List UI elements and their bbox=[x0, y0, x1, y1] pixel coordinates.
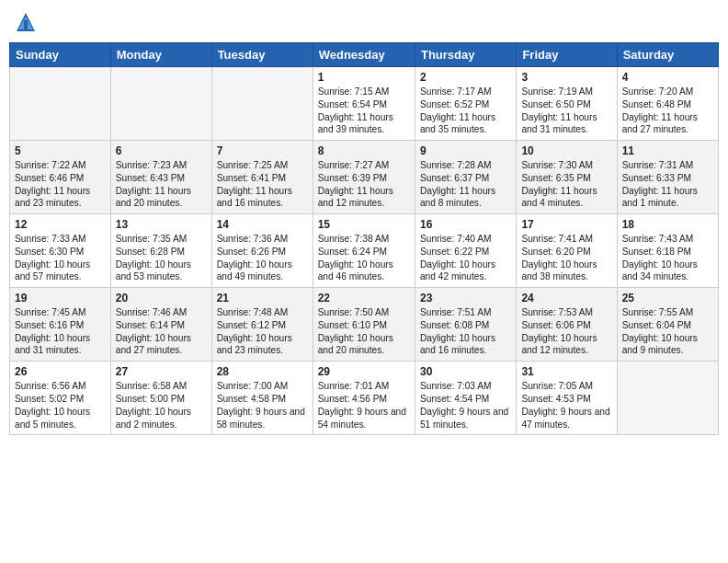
calendar-cell: 17Sunrise: 7:41 AM Sunset: 6:20 PM Dayli… bbox=[517, 214, 617, 288]
calendar-header-row: SundayMondayTuesdayWednesdayThursdayFrid… bbox=[10, 43, 719, 67]
weekday-header: Tuesday bbox=[211, 43, 313, 67]
day-number: 29 bbox=[318, 365, 410, 378]
day-info: Sunrise: 7:03 AM Sunset: 4:54 PM Dayligh… bbox=[420, 380, 511, 431]
day-info: Sunrise: 7:20 AM Sunset: 6:48 PM Dayligh… bbox=[622, 86, 713, 136]
day-number: 18 bbox=[622, 218, 713, 231]
calendar-week-row: 5Sunrise: 7:22 AM Sunset: 6:46 PM Daylig… bbox=[10, 141, 719, 214]
calendar-table: SundayMondayTuesdayWednesdayThursdayFrid… bbox=[9, 42, 719, 435]
day-number: 13 bbox=[116, 218, 207, 231]
day-info: Sunrise: 7:31 AM Sunset: 6:33 PM Dayligh… bbox=[622, 159, 713, 210]
day-info: Sunrise: 7:36 AM Sunset: 6:26 PM Dayligh… bbox=[217, 233, 308, 283]
day-number: 8 bbox=[318, 144, 410, 157]
calendar-cell: 27Sunrise: 6:58 AM Sunset: 5:00 PM Dayli… bbox=[110, 362, 211, 435]
day-number: 22 bbox=[318, 292, 410, 304]
day-info: Sunrise: 7:46 AM Sunset: 6:14 PM Dayligh… bbox=[116, 306, 207, 357]
calendar-cell bbox=[110, 67, 211, 141]
weekday-header: Friday bbox=[517, 43, 617, 67]
calendar-cell: 2Sunrise: 7:17 AM Sunset: 6:52 PM Daylig… bbox=[415, 67, 516, 141]
day-number: 27 bbox=[116, 365, 207, 378]
weekday-header: Wednesday bbox=[313, 43, 415, 67]
day-number: 19 bbox=[15, 292, 106, 304]
calendar-cell: 10Sunrise: 7:30 AM Sunset: 6:35 PM Dayli… bbox=[517, 141, 617, 214]
logo-icon bbox=[13, 9, 39, 35]
calendar-cell: 4Sunrise: 7:20 AM Sunset: 6:48 PM Daylig… bbox=[617, 67, 718, 141]
calendar-cell bbox=[10, 67, 111, 141]
day-number: 31 bbox=[521, 365, 611, 378]
day-info: Sunrise: 7:33 AM Sunset: 6:30 PM Dayligh… bbox=[15, 233, 106, 283]
day-info: Sunrise: 7:22 AM Sunset: 6:46 PM Dayligh… bbox=[15, 159, 106, 210]
day-info: Sunrise: 7:25 AM Sunset: 6:41 PM Dayligh… bbox=[217, 159, 308, 210]
day-number: 6 bbox=[116, 144, 207, 157]
day-number: 25 bbox=[622, 292, 713, 304]
calendar-cell: 23Sunrise: 7:51 AM Sunset: 6:08 PM Dayli… bbox=[415, 288, 516, 362]
weekday-header: Sunday bbox=[10, 43, 111, 67]
calendar-week-row: 1Sunrise: 7:15 AM Sunset: 6:54 PM Daylig… bbox=[10, 67, 719, 141]
day-number: 23 bbox=[420, 292, 511, 304]
day-number: 9 bbox=[420, 144, 511, 157]
day-number: 15 bbox=[318, 218, 410, 231]
day-number: 2 bbox=[420, 71, 511, 84]
day-info: Sunrise: 7:01 AM Sunset: 4:56 PM Dayligh… bbox=[318, 380, 410, 431]
calendar-cell: 1Sunrise: 7:15 AM Sunset: 6:54 PM Daylig… bbox=[313, 67, 415, 141]
calendar-cell: 6Sunrise: 7:23 AM Sunset: 6:43 PM Daylig… bbox=[110, 141, 211, 214]
day-info: Sunrise: 7:19 AM Sunset: 6:50 PM Dayligh… bbox=[521, 86, 611, 136]
calendar-cell: 28Sunrise: 7:00 AM Sunset: 4:58 PM Dayli… bbox=[211, 362, 313, 435]
calendar-cell: 26Sunrise: 6:56 AM Sunset: 5:02 PM Dayli… bbox=[10, 362, 111, 435]
calendar-cell: 24Sunrise: 7:53 AM Sunset: 6:06 PM Dayli… bbox=[517, 288, 617, 362]
day-info: Sunrise: 7:27 AM Sunset: 6:39 PM Dayligh… bbox=[318, 159, 410, 210]
day-info: Sunrise: 7:28 AM Sunset: 6:37 PM Dayligh… bbox=[420, 159, 511, 210]
day-number: 12 bbox=[15, 218, 106, 231]
day-number: 10 bbox=[521, 144, 611, 157]
svg-rect-2 bbox=[24, 20, 28, 29]
day-info: Sunrise: 6:56 AM Sunset: 5:02 PM Dayligh… bbox=[15, 380, 106, 431]
day-number: 11 bbox=[622, 144, 713, 157]
day-number: 16 bbox=[420, 218, 511, 231]
weekday-header: Saturday bbox=[617, 43, 718, 67]
day-info: Sunrise: 7:15 AM Sunset: 6:54 PM Dayligh… bbox=[318, 86, 410, 136]
day-info: Sunrise: 7:00 AM Sunset: 4:58 PM Dayligh… bbox=[217, 380, 308, 431]
calendar-cell bbox=[211, 67, 313, 141]
calendar-cell: 12Sunrise: 7:33 AM Sunset: 6:30 PM Dayli… bbox=[10, 214, 111, 288]
day-info: Sunrise: 7:23 AM Sunset: 6:43 PM Dayligh… bbox=[116, 159, 207, 210]
calendar-cell: 15Sunrise: 7:38 AM Sunset: 6:24 PM Dayli… bbox=[313, 214, 415, 288]
calendar-cell: 22Sunrise: 7:50 AM Sunset: 6:10 PM Dayli… bbox=[313, 288, 415, 362]
day-info: Sunrise: 7:45 AM Sunset: 6:16 PM Dayligh… bbox=[15, 306, 106, 357]
calendar-cell: 7Sunrise: 7:25 AM Sunset: 6:41 PM Daylig… bbox=[211, 141, 313, 214]
day-info: Sunrise: 7:51 AM Sunset: 6:08 PM Dayligh… bbox=[420, 306, 511, 357]
day-number: 1 bbox=[318, 71, 410, 84]
day-number: 20 bbox=[116, 292, 207, 304]
day-number: 17 bbox=[521, 218, 611, 231]
day-info: Sunrise: 7:43 AM Sunset: 6:18 PM Dayligh… bbox=[622, 233, 713, 283]
weekday-header: Monday bbox=[110, 43, 211, 67]
calendar-cell: 29Sunrise: 7:01 AM Sunset: 4:56 PM Dayli… bbox=[313, 362, 415, 435]
calendar-cell: 21Sunrise: 7:48 AM Sunset: 6:12 PM Dayli… bbox=[211, 288, 313, 362]
calendar-cell: 20Sunrise: 7:46 AM Sunset: 6:14 PM Dayli… bbox=[110, 288, 211, 362]
calendar-cell: 11Sunrise: 7:31 AM Sunset: 6:33 PM Dayli… bbox=[617, 141, 718, 214]
day-number: 24 bbox=[521, 292, 611, 304]
page-header bbox=[9, 9, 719, 35]
day-number: 30 bbox=[420, 365, 511, 378]
weekday-header: Thursday bbox=[415, 43, 516, 67]
day-number: 14 bbox=[217, 218, 308, 231]
calendar-cell: 5Sunrise: 7:22 AM Sunset: 6:46 PM Daylig… bbox=[10, 141, 111, 214]
calendar-week-row: 12Sunrise: 7:33 AM Sunset: 6:30 PM Dayli… bbox=[10, 214, 719, 288]
day-number: 28 bbox=[217, 365, 308, 378]
calendar-week-row: 19Sunrise: 7:45 AM Sunset: 6:16 PM Dayli… bbox=[10, 288, 719, 362]
day-info: Sunrise: 7:35 AM Sunset: 6:28 PM Dayligh… bbox=[116, 233, 207, 283]
day-number: 4 bbox=[622, 71, 713, 84]
calendar-cell: 3Sunrise: 7:19 AM Sunset: 6:50 PM Daylig… bbox=[517, 67, 617, 141]
day-number: 26 bbox=[15, 365, 106, 378]
logo bbox=[13, 9, 42, 35]
calendar-cell: 30Sunrise: 7:03 AM Sunset: 4:54 PM Dayli… bbox=[415, 362, 516, 435]
calendar-cell: 25Sunrise: 7:55 AM Sunset: 6:04 PM Dayli… bbox=[617, 288, 718, 362]
day-info: Sunrise: 7:05 AM Sunset: 4:53 PM Dayligh… bbox=[521, 380, 611, 431]
calendar-cell: 8Sunrise: 7:27 AM Sunset: 6:39 PM Daylig… bbox=[313, 141, 415, 214]
day-info: Sunrise: 7:40 AM Sunset: 6:22 PM Dayligh… bbox=[420, 233, 511, 283]
day-info: Sunrise: 7:41 AM Sunset: 6:20 PM Dayligh… bbox=[521, 233, 611, 283]
calendar-week-row: 26Sunrise: 6:56 AM Sunset: 5:02 PM Dayli… bbox=[10, 362, 719, 435]
calendar-cell: 16Sunrise: 7:40 AM Sunset: 6:22 PM Dayli… bbox=[415, 214, 516, 288]
day-info: Sunrise: 6:58 AM Sunset: 5:00 PM Dayligh… bbox=[116, 380, 207, 431]
day-info: Sunrise: 7:17 AM Sunset: 6:52 PM Dayligh… bbox=[420, 86, 511, 136]
day-info: Sunrise: 7:48 AM Sunset: 6:12 PM Dayligh… bbox=[217, 306, 308, 357]
day-number: 7 bbox=[217, 144, 308, 157]
